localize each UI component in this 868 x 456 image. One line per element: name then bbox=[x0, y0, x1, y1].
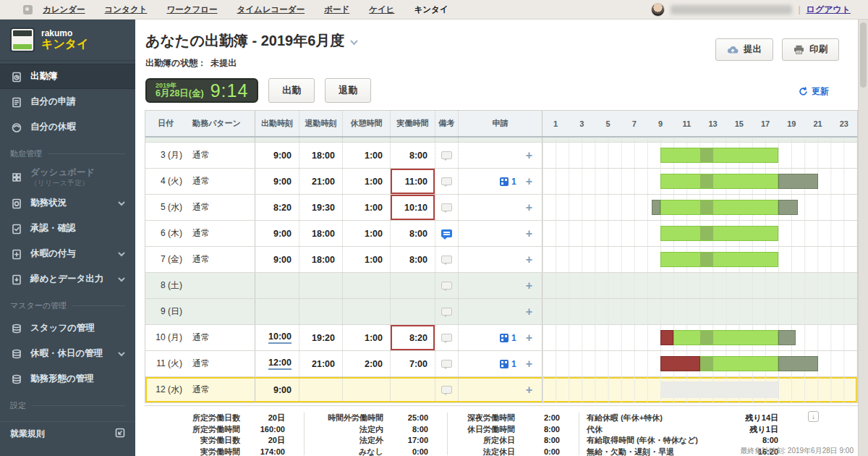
hour-tick: 19 bbox=[787, 119, 796, 128]
add-request-button[interactable]: + bbox=[526, 332, 532, 344]
add-request-button[interactable]: + bbox=[526, 306, 532, 318]
add-request-button[interactable]: + bbox=[526, 280, 532, 292]
cell-pattern: 通常 bbox=[186, 377, 255, 402]
cell-clock-in: 9:00 bbox=[273, 229, 292, 239]
cell-pattern: 通常 bbox=[186, 221, 255, 246]
gantt-bar-break bbox=[700, 227, 713, 240]
cell-date: 12 (水) bbox=[145, 377, 186, 402]
add-request-button[interactable]: + bbox=[526, 228, 532, 240]
cell-date: 10 (月) bbox=[145, 325, 186, 350]
sidebar-item-label: 就業規則 bbox=[10, 428, 45, 440]
remark-bubble-icon[interactable] bbox=[441, 308, 452, 316]
remark-bubble-filled-icon[interactable] bbox=[441, 229, 452, 237]
rakumo-logo-icon bbox=[23, 5, 33, 14]
chevron-down-icon bbox=[118, 249, 125, 259]
cell-break: 1:00 bbox=[342, 143, 390, 168]
scrollbar-thumb[interactable] bbox=[860, 22, 867, 88]
product-logo[interactable]: rakumo キンタイ bbox=[0, 20, 135, 61]
table-row-jun4: 4 (火) 通常 9:00 21:00 1:00 11:00 1 + bbox=[145, 169, 857, 195]
timesheet-table: 日付 勤務パターン 出勤時刻 退勤時刻 休憩時間 実働時間 備考 申請 1357… bbox=[145, 110, 858, 403]
add-request-button[interactable]: + bbox=[526, 254, 532, 266]
monthly-summary: 所定労働日数20日 所定労働時間160:00 実労働日数20日 実労働時間174… bbox=[145, 405, 858, 456]
sidebar-item-approval[interactable]: 承認・確認 bbox=[0, 216, 135, 241]
hour-tick: 5 bbox=[606, 119, 610, 128]
cell-clock-in: 9:00 bbox=[273, 385, 292, 395]
app-link-timerecorder[interactable]: タイムレコーダー bbox=[237, 4, 305, 15]
sidebar-item-timesheet[interactable]: 出勤簿 bbox=[0, 64, 135, 89]
remark-bubble-icon[interactable] bbox=[441, 360, 452, 368]
sidebar-item-my-requests[interactable]: 自分の申請 bbox=[0, 89, 135, 114]
gantt-bar-over bbox=[652, 200, 660, 215]
summary-value: 8:00 bbox=[515, 435, 560, 446]
cell-clock-in: 8:20 bbox=[273, 203, 292, 213]
summary-label: 所定休日 bbox=[455, 435, 515, 446]
cell-clock-in: 9:00 bbox=[273, 255, 292, 265]
add-request-button[interactable]: + bbox=[526, 150, 532, 161]
clock-in-button[interactable]: 出勤 bbox=[268, 78, 315, 103]
gantt-bar-late bbox=[660, 330, 673, 345]
cell-clock-in-edited[interactable]: 12:00 bbox=[268, 358, 292, 370]
page-title: あなたの出勤簿 - 2019年6月度 bbox=[145, 31, 358, 51]
add-request-button[interactable]: + bbox=[526, 358, 532, 370]
summary-value: 0:00 bbox=[383, 447, 428, 456]
app-link-calendar[interactable]: カレンダー bbox=[43, 4, 85, 15]
printer-icon bbox=[793, 45, 804, 54]
hour-tick: 23 bbox=[840, 119, 848, 128]
cell-date: 9 (日) bbox=[145, 299, 186, 324]
cell-pattern: 通常 bbox=[186, 325, 255, 350]
app-link-board[interactable]: ボード bbox=[324, 4, 349, 15]
clock-out-button[interactable]: 退勤 bbox=[325, 78, 371, 103]
add-request-button[interactable]: + bbox=[526, 176, 532, 187]
sidebar-item-closing-export[interactable]: 締めとデータ出力 bbox=[0, 266, 135, 292]
cell-pattern: 通常 bbox=[186, 351, 255, 376]
request-badge[interactable]: 1 bbox=[500, 359, 516, 369]
remark-bubble-icon[interactable] bbox=[441, 282, 452, 290]
sidebar-item-holiday-mgmt[interactable]: 休暇・休日の管理 bbox=[0, 341, 135, 366]
request-badge[interactable]: 1 bbox=[500, 333, 516, 343]
timesheet-icon bbox=[10, 70, 22, 83]
remark-bubble-icon[interactable] bbox=[441, 334, 452, 342]
summary-value: 20日 bbox=[240, 435, 285, 446]
remark-bubble-icon[interactable] bbox=[441, 203, 452, 211]
sidebar-item-work-pattern[interactable]: 勤務形態の管理 bbox=[0, 366, 135, 392]
cell-actual: 8:00 bbox=[390, 247, 435, 272]
logout-link[interactable]: ログアウト bbox=[807, 4, 851, 16]
cell-date: 8 (土) bbox=[145, 273, 186, 298]
sidebar-item-work-rules[interactable]: 就業規則 bbox=[0, 421, 135, 446]
app-link-contacts[interactable]: コンタクト bbox=[105, 4, 148, 15]
add-request-button[interactable]: + bbox=[526, 202, 532, 214]
add-request-button[interactable]: + bbox=[526, 384, 532, 396]
global-app-bar: カレンダー コンタクト ワークフロー タイムレコーダー ボード ケイヒ キンタイ… bbox=[0, 0, 868, 20]
remark-bubble-icon[interactable] bbox=[441, 151, 452, 159]
remark-bubble-icon[interactable] bbox=[441, 177, 452, 185]
refresh-link[interactable]: 更新 bbox=[799, 85, 829, 98]
cell-clock-in-edited[interactable]: 10:00 bbox=[268, 332, 292, 344]
summary-label: 法定休日 bbox=[455, 447, 515, 456]
cell-pattern: 通常 bbox=[186, 247, 255, 272]
cell-actual-alert: 8:20 bbox=[390, 325, 435, 350]
print-button[interactable]: 印刷 bbox=[782, 38, 839, 61]
sidebar-item-label: 勤務状況 bbox=[30, 197, 67, 209]
gantt-bar-work bbox=[673, 330, 778, 345]
app-link-keihi[interactable]: ケイヒ bbox=[369, 4, 394, 15]
cell-clock-out: 18:00 bbox=[299, 221, 342, 246]
scrollbar-track[interactable] bbox=[858, 20, 868, 456]
sidebar-item-work-status[interactable]: 勤務状況 bbox=[0, 190, 135, 216]
remark-bubble-icon[interactable] bbox=[441, 256, 452, 263]
cell-actual-alert: 10:10 bbox=[390, 195, 435, 220]
submit-button[interactable]: 提出 bbox=[715, 38, 773, 61]
gantt-cell bbox=[542, 169, 857, 194]
table-row-jun7: 7 (金) 通常 9:00 18:00 1:00 8:00 + bbox=[145, 247, 857, 273]
month-selector-chevron-icon[interactable] bbox=[350, 33, 358, 49]
summary-collapse-icon[interactable]: ↓ bbox=[808, 411, 819, 422]
summary-label: 深夜労働時間 bbox=[455, 413, 515, 423]
user-avatar[interactable] bbox=[651, 3, 665, 17]
sidebar-item-leave-grant[interactable]: 休暇の付与 bbox=[0, 241, 135, 266]
sidebar-item-my-leave[interactable]: 自分の休暇 bbox=[0, 114, 135, 140]
cell-clock-out: 19:30 bbox=[299, 195, 342, 220]
app-link-workflow[interactable]: ワークフロー bbox=[166, 4, 217, 15]
remark-bubble-icon[interactable] bbox=[441, 386, 452, 394]
sidebar-item-staff[interactable]: スタッフの管理 bbox=[0, 316, 135, 341]
request-badge[interactable]: 1 bbox=[500, 177, 516, 187]
submit-button-label: 提出 bbox=[744, 43, 762, 56]
